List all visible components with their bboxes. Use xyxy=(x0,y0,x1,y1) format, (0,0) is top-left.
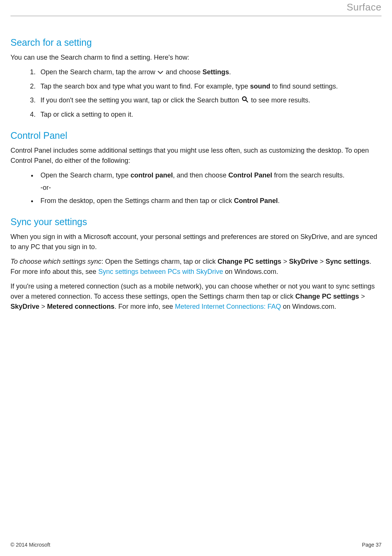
link-metered-faq[interactable]: Metered Internet Connections: FAQ xyxy=(175,303,281,310)
cb2-c: . xyxy=(278,197,280,204)
svg-line-1 xyxy=(246,100,248,102)
sync-p3-c: > xyxy=(359,293,365,300)
cb1-e: from the search results. xyxy=(272,171,344,179)
control-bullet-2: From the desktop, open the Settings char… xyxy=(37,196,382,206)
sync-p2-e: SkyDrive xyxy=(289,258,318,265)
chevron-down-icon xyxy=(158,68,163,78)
sync-p3-b: Change PC settings xyxy=(295,293,359,300)
cb2-b: Control Panel xyxy=(234,197,278,204)
step1-text-b: and choose xyxy=(164,68,202,76)
page-footer: © 2014 Microsoft Page 37 xyxy=(10,542,382,548)
control-intro: Control Panel includes some additional s… xyxy=(10,146,382,166)
step-1: Open the Search charm, tap the arrow and… xyxy=(37,67,382,78)
step3-text-a: If you don't see the setting you want, t… xyxy=(40,96,241,104)
sync-p2-c: Change PC settings xyxy=(218,258,281,265)
brand-logo: Surface xyxy=(347,2,382,13)
cb1-b: control panel xyxy=(130,171,173,179)
sync-p3-f: Metered connections xyxy=(47,303,115,310)
control-bullet-1: Open the Search charm, type control pane… xyxy=(37,170,382,193)
heading-control-panel: Control Panel xyxy=(10,130,382,141)
sync-p3: If you're using a metered connection (su… xyxy=(10,281,382,312)
search-icon xyxy=(242,96,248,106)
sync-p2-d: > xyxy=(281,258,289,265)
sync-p1: When you sign in with a Microsoft accoun… xyxy=(10,232,382,252)
search-intro: You can use the Search charm to find a s… xyxy=(10,53,382,63)
step1-text-d: . xyxy=(229,68,231,76)
step3-text-b: to see more results. xyxy=(249,96,310,104)
step-3: If you don't see the setting you want, t… xyxy=(37,95,382,106)
control-bullets: Open the Search charm, type control pane… xyxy=(10,170,382,206)
sync-p3-d: SkyDrive xyxy=(10,303,39,310)
step2-text-c: to find sound settings. xyxy=(270,83,338,90)
link-sync-settings[interactable]: Sync settings between PCs with SkyDrive xyxy=(98,268,223,275)
search-steps: Open the Search charm, tap the arrow and… xyxy=(10,67,382,120)
step2-bold: sound xyxy=(250,83,270,90)
sync-p2: To choose which settings sync: Open the … xyxy=(10,257,382,277)
step1-text-a: Open the Search charm, tap the arrow xyxy=(40,68,157,76)
step2-text-a: Tap the search box and type what you wan… xyxy=(40,83,250,90)
cb2-a: From the desktop, open the Settings char… xyxy=(40,197,234,204)
sync-p2-f: > xyxy=(318,258,326,265)
cb1-a: Open the Search charm, type xyxy=(40,171,130,179)
sync-p2-i: on Windows.com. xyxy=(223,268,278,275)
sync-p3-g: . For more info, see xyxy=(115,303,175,310)
step1-bold: Settings xyxy=(202,68,229,76)
sync-p2-b: : Open the Settings charm, tap or click xyxy=(101,258,217,265)
sync-p2-g: Sync settings xyxy=(326,258,370,265)
step-2: Tap the search box and type what you wan… xyxy=(37,81,382,92)
heading-sync: Sync your settings xyxy=(10,216,382,227)
footer-page: Page 37 xyxy=(362,542,382,548)
step-4: Tap or click a setting to open it. xyxy=(37,110,382,120)
sync-p2-italic: To choose which settings sync xyxy=(10,258,101,265)
cb1-c: , and then choose xyxy=(173,171,228,179)
cb1-d: Control Panel xyxy=(228,171,272,179)
footer-copyright: © 2014 Microsoft xyxy=(10,542,50,548)
header-divider xyxy=(10,16,382,16)
or-divider: -or- xyxy=(40,183,382,193)
heading-search: Search for a setting xyxy=(10,37,382,48)
sync-p3-h: on Windows.com. xyxy=(281,303,336,310)
sync-p3-e: > xyxy=(39,303,47,310)
